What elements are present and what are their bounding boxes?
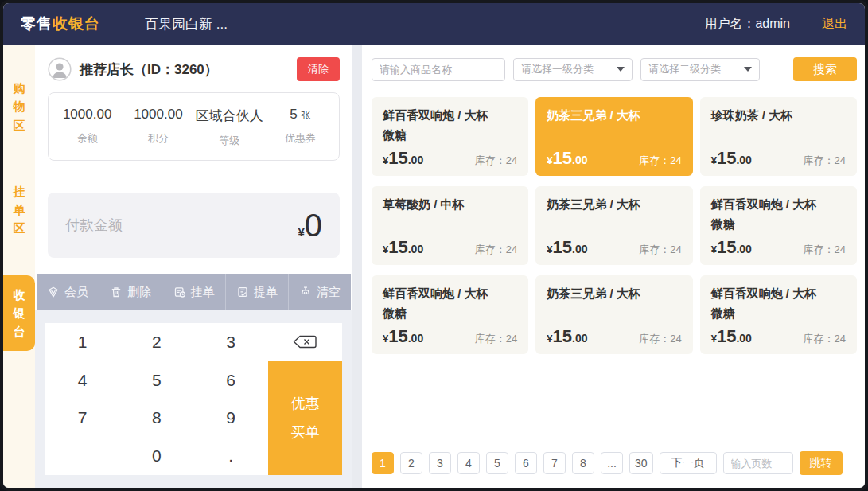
sidebar-tab-held-orders[interactable]: 挂单区 — [3, 172, 35, 248]
clear-all-button[interactable]: 清空 — [289, 274, 351, 310]
numpad-key-9[interactable]: 9 — [194, 399, 268, 438]
price-currency: ¥ — [547, 154, 552, 166]
page-button-4[interactable]: 4 — [457, 452, 480, 474]
price-dec: .00 — [572, 332, 587, 345]
product-price: ¥15.00 — [383, 148, 423, 169]
search-button[interactable]: 搜索 — [793, 57, 857, 81]
sidebar-tab-held-orders-label: 挂单区 — [14, 182, 25, 238]
page-button-7[interactable]: 7 — [543, 452, 566, 474]
retrieve-order-button-label: 提单 — [254, 285, 278, 300]
product-card[interactable]: 奶茶三兄弟 / 大杯 ¥15.00 库存：24 — [535, 186, 692, 265]
hold-order-button-label: 挂单 — [191, 285, 215, 300]
product-card[interactable]: 鲜百香双响炮 / 大杯 微糖 ¥15.00 库存：24 — [372, 97, 528, 176]
sidebar-tab-shopping[interactable]: 购物区 — [3, 68, 35, 145]
product-name: 奶茶三兄弟 / 大杯 — [547, 105, 681, 125]
user-name-label: 用户名：admin — [704, 16, 790, 33]
page-button-2[interactable]: 2 — [400, 452, 422, 474]
app-title: 零售收银台 — [21, 14, 100, 34]
numpad-key-dot[interactable]: . — [194, 437, 268, 475]
product-name-line2: 微糖 — [711, 214, 846, 234]
jump-button[interactable]: 跳转 — [800, 451, 843, 475]
numpad-key-3[interactable]: 3 — [194, 323, 268, 361]
discount-pay-button[interactable]: 优惠 买单 — [268, 361, 342, 475]
stat-balance-label: 余额 — [52, 131, 123, 146]
numpad-key-6[interactable]: 6 — [194, 361, 268, 399]
price-int: 15 — [553, 148, 572, 169]
product-card[interactable]: 奶茶三兄弟 / 大杯 ¥15.00 库存：24 — [535, 275, 692, 354]
payment-amount-field[interactable]: 付款金额 ¥0 — [48, 193, 340, 258]
numpad-key-7[interactable]: 7 — [45, 399, 119, 438]
product-price: ¥15.00 — [711, 326, 752, 347]
product-card[interactable]: 鲜百香双响炮 / 大杯 微糖 ¥15.00 库存：24 — [700, 186, 857, 265]
product-name-input[interactable] — [372, 58, 505, 81]
logout-button[interactable]: 退出 — [822, 16, 847, 33]
discount-pay-line1: 优惠 — [290, 394, 319, 413]
sidebar-tab-shopping-label: 购物区 — [14, 79, 25, 134]
numpad-key-5[interactable]: 5 — [119, 361, 193, 399]
price-currency: ¥ — [711, 154, 717, 166]
main-area: 购物区 挂单区 收银台 推荐店长（ID：3260） 清除 — [3, 45, 865, 488]
member-button[interactable]: 会员 — [37, 274, 99, 310]
next-page-button[interactable]: 下一页 — [660, 452, 717, 474]
product-price: ¥15.00 — [383, 237, 423, 258]
app-window: 零售收银台 百果园白新 ... 用户名：admin 退出 购物区 挂单区 收银台 — [0, 0, 868, 491]
numpad-key-1[interactable]: 1 — [45, 323, 119, 361]
price-currency: ¥ — [547, 244, 552, 255]
product-price: ¥15.00 — [711, 237, 752, 258]
payment-value: 0 — [305, 209, 322, 241]
product-name: 鲜百香双响炮 / 大杯 — [711, 283, 846, 303]
stat-coupons-number: 5 — [290, 107, 297, 122]
page-button-5[interactable]: 5 — [486, 452, 508, 474]
price-int: 15 — [717, 237, 736, 258]
broom-icon — [299, 286, 312, 298]
page-button-3[interactable]: 3 — [429, 452, 451, 474]
store-name[interactable]: 百果园白新 ... — [145, 15, 228, 33]
product-card[interactable]: 草莓酸奶 / 中杯 ¥15.00 库存：24 — [372, 186, 528, 265]
product-card-selected[interactable]: 奶茶三兄弟 / 大杯 ¥15.00 库存：24 — [535, 97, 692, 176]
price-int: 15 — [388, 148, 407, 169]
product-stock: 库存：24 — [804, 332, 846, 346]
pagination: 1 2 3 4 5 6 7 8 ... 30 下一页 跳转 — [372, 451, 857, 478]
stat-coupons-value: 5 张 — [265, 107, 336, 123]
member-row: 推荐店长（ID：3260） 清除 — [48, 57, 340, 81]
product-card-bottom: ¥15.00 库存：24 — [547, 237, 681, 258]
category2-select[interactable]: 请选择二级分类 — [640, 58, 760, 81]
stat-points-label: 积分 — [123, 131, 193, 146]
numpad-key-4[interactable]: 4 — [45, 361, 119, 399]
product-stock: 库存：24 — [639, 154, 681, 168]
clear-member-button[interactable]: 清除 — [297, 57, 340, 81]
numpad-key-0[interactable]: 0 — [119, 437, 193, 475]
category1-select[interactable]: 请选择一级分类 — [513, 58, 633, 81]
product-name: 奶茶三兄弟 / 大杯 — [547, 283, 681, 303]
numpad-key-8[interactable]: 8 — [119, 399, 193, 438]
product-card[interactable]: 鲜百香双响炮 / 大杯 微糖 ¥15.00 库存：24 — [700, 275, 857, 354]
product-name-line2: 微糖 — [711, 303, 846, 323]
product-card[interactable]: 鲜百香双响炮 / 大杯 微糖 ¥15.00 库存：24 — [372, 275, 528, 354]
product-card-bottom: ¥15.00 库存：24 — [383, 237, 517, 258]
sidebar-tab-cashier[interactable]: 收银台 — [3, 275, 35, 352]
product-stock: 库存：24 — [804, 154, 846, 168]
page-button-1[interactable]: 1 — [372, 452, 394, 474]
product-name: 鲜百香双响炮 / 大杯 — [711, 194, 846, 214]
category2-placeholder: 请选择二级分类 — [648, 62, 721, 76]
page-button-30[interactable]: 30 — [629, 452, 653, 474]
page-button-6[interactable]: 6 — [515, 452, 537, 474]
numpad: 1 2 3 4 5 6 7 8 9 0 . — [45, 323, 342, 475]
numpad-key-2[interactable]: 2 — [119, 323, 193, 361]
price-dec: .00 — [572, 154, 587, 166]
stat-coupons-label: 优惠券 — [265, 131, 336, 146]
page-number-input[interactable] — [723, 452, 793, 474]
chevron-down-icon — [744, 67, 752, 72]
product-card-bottom: ¥15.00 库存：24 — [711, 148, 846, 169]
page-button-ellipsis[interactable]: ... — [601, 452, 623, 474]
page-button-8[interactable]: 8 — [572, 452, 594, 474]
price-int: 15 — [388, 326, 407, 347]
product-card[interactable]: 珍珠奶茶 / 大杯 ¥15.00 库存：24 — [700, 97, 857, 176]
numpad-key-backspace[interactable] — [268, 323, 342, 361]
hold-order-button[interactable]: 挂单 — [162, 274, 225, 310]
product-panel: 请选择一级分类 请选择二级分类 搜索 鲜百香双响炮 / 大杯 微糖 ¥15.00… — [362, 45, 865, 488]
price-dec: .00 — [736, 243, 751, 255]
retrieve-order-button[interactable]: 提单 — [226, 274, 289, 310]
price-currency: ¥ — [383, 333, 388, 345]
delete-button[interactable]: 删除 — [99, 274, 162, 310]
